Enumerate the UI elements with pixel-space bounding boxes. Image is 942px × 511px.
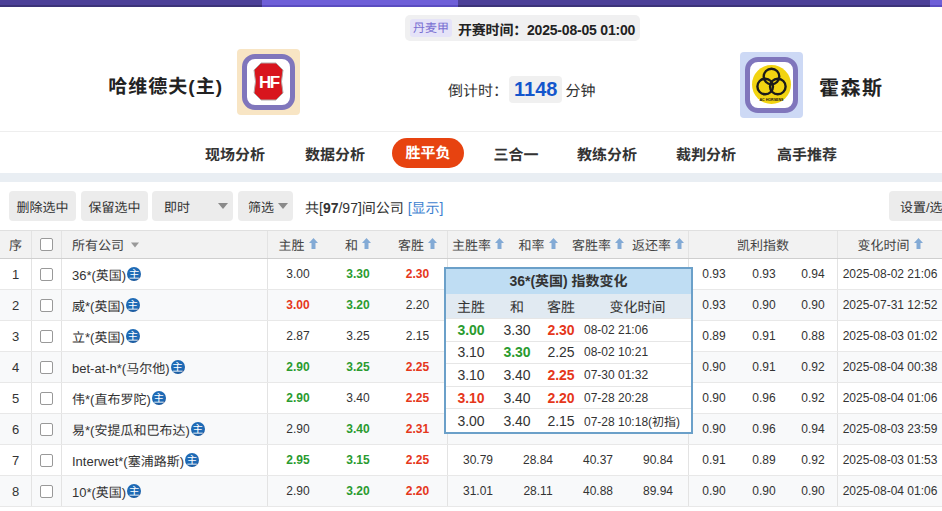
svg-text:HF: HF bbox=[259, 73, 280, 92]
svg-text:AC HORSENS: AC HORSENS bbox=[760, 98, 785, 102]
